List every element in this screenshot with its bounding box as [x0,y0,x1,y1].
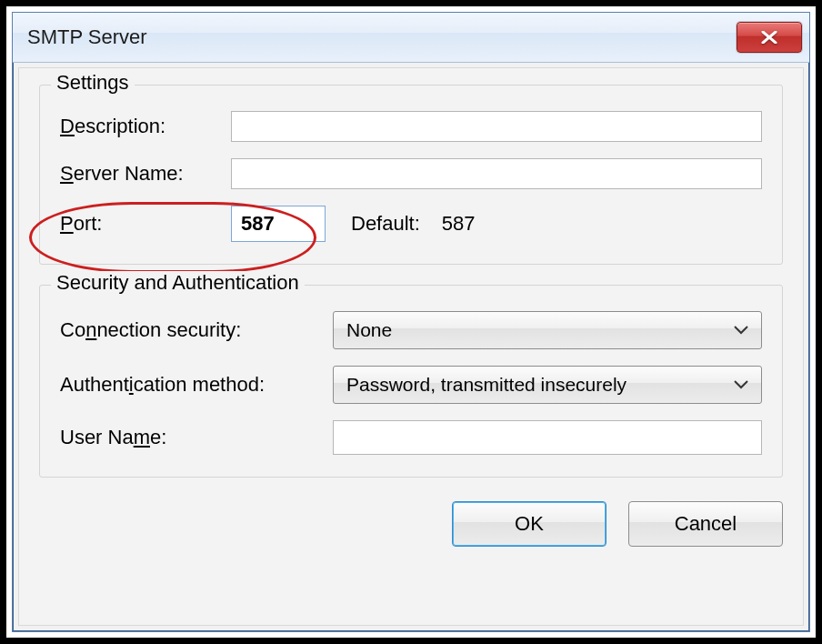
chevron-down-icon [734,380,748,389]
description-label: Description: [60,115,231,138]
chevron-down-icon [734,326,748,335]
security-group: Security and Authentication Connection s… [39,285,783,478]
port-input[interactable] [231,206,326,242]
connection-security-value: None [346,319,392,341]
port-default-label: Default:587 [351,212,476,236]
user-name-input[interactable] [333,420,762,455]
smtp-server-dialog: SMTP Server Settings [12,12,810,632]
server-name-input[interactable] [231,158,762,189]
server-name-label: Server Name: [60,162,231,186]
connection-security-label: Connection security: [60,318,333,342]
settings-legend: Settings [51,71,135,95]
dialog-button-row: OK Cancel [39,501,783,547]
connection-security-dropdown[interactable]: None [333,311,762,349]
settings-group: Settings Description: Server Name: [39,85,783,265]
close-button[interactable] [737,22,802,53]
close-icon [760,27,778,48]
user-name-label: User Name: [60,426,333,449]
titlebar: SMTP Server [13,13,809,63]
authentication-method-dropdown[interactable]: Password, transmitted insecurely [333,366,762,404]
port-label: Port: [60,212,231,236]
cancel-button[interactable]: Cancel [628,501,783,547]
authentication-method-label: Authentication method: [60,373,333,397]
ok-button[interactable]: OK [452,501,606,547]
client-area: Settings Description: Server Name: [18,67,804,626]
description-input[interactable] [231,111,762,142]
security-legend: Security and Authentication [51,271,305,295]
authentication-method-value: Password, transmitted insecurely [346,374,627,396]
window-title: SMTP Server [27,25,147,49]
